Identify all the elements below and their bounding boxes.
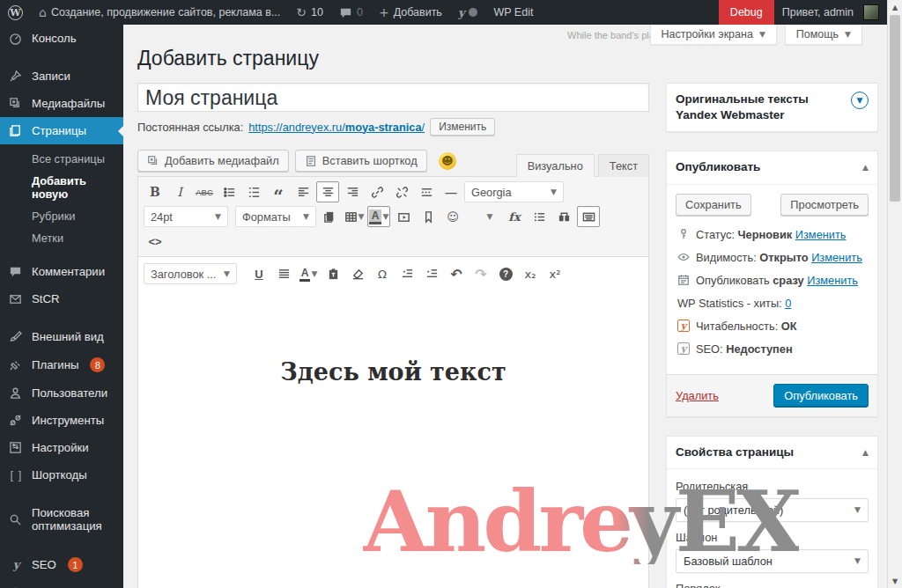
justify-button[interactable] [272, 263, 295, 284]
edit-schedule-link[interactable]: Изменить [807, 274, 858, 287]
sidebar-item-media[interactable]: Медиафайлы [0, 90, 123, 117]
bullet-list-button[interactable] [218, 181, 240, 202]
wordpress-logo-menu[interactable]: W [0, 0, 31, 25]
insert-shortcode-button[interactable]: Вставить шорткод [295, 150, 427, 172]
submenu-categories[interactable]: Рубрики [0, 205, 123, 227]
sidebar-item-pages[interactable]: Страницы [0, 117, 123, 144]
template-select[interactable]: Базовый шаблон ▼ [676, 549, 869, 573]
underline-button[interactable]: U [248, 263, 270, 284]
paste-as-text-button[interactable] [322, 263, 344, 284]
preview-button[interactable]: Просмотреть [780, 194, 869, 216]
effects-button[interactable]: fx [503, 206, 526, 227]
insert-video-button[interactable] [392, 206, 415, 227]
outdent-button[interactable] [396, 263, 418, 284]
blockquote-button[interactable]: “ [267, 181, 290, 202]
submenu-all-pages[interactable]: Все страницы [0, 148, 123, 170]
help-button[interactable]: Помощь ▼ [785, 25, 862, 45]
emoticon-button[interactable]: ☻ [439, 152, 456, 170]
widget-layout-button[interactable] [528, 206, 551, 227]
align-left-button[interactable] [292, 181, 314, 202]
sidebar-item-seo[interactable]: y SEO 1 [0, 550, 123, 579]
align-center-button[interactable] [316, 181, 339, 202]
chevron-up-icon[interactable]: ▲ [862, 447, 869, 458]
align-right-button[interactable] [341, 181, 364, 202]
debug-badge[interactable]: Debug [719, 0, 774, 25]
sidebar-item-dashboard[interactable]: Консоль [0, 25, 123, 52]
scrollbar-down-icon[interactable]: ▼ [888, 574, 902, 588]
scrollbar-up-icon[interactable]: ▲ [888, 0, 902, 14]
more-tag-button[interactable] [415, 181, 438, 202]
more-tools-dropdown[interactable]: ▼ [478, 206, 501, 227]
special-char-button[interactable]: Ω [371, 263, 394, 284]
submenu-tags[interactable]: Метки [0, 227, 123, 249]
updates-menu[interactable]: ↻ 10 [288, 0, 331, 25]
sidebar-item-shortcodes[interactable]: [ ] Шорткоды [0, 461, 123, 489]
smiley-button[interactable]: ☺ [441, 206, 464, 227]
sidebar-item-comments[interactable]: Комментарии [0, 258, 123, 285]
undo-button[interactable]: ↶ [445, 263, 468, 284]
bold-button[interactable]: B [144, 181, 166, 202]
browser-scrollbar[interactable]: ▲ ▼ [887, 0, 902, 588]
screen-options-button[interactable]: Настройки экрана ▼ [650, 25, 777, 45]
clear-formatting-button[interactable] [346, 263, 369, 284]
sidebar-item-settings[interactable]: Настройки [0, 434, 123, 461]
index-page-button[interactable] [318, 206, 341, 227]
wp-edit-menu[interactable]: WP Edit [485, 0, 541, 25]
subscript-button[interactable]: x₂ [519, 263, 542, 284]
page-attributes-header[interactable]: Свойства страницы ▲ [667, 437, 877, 468]
unlink-button[interactable] [390, 181, 413, 202]
save-draft-button[interactable]: Сохранить [676, 194, 751, 216]
yoast-admin-menu[interactable]: y [450, 0, 486, 25]
link-button[interactable] [366, 181, 388, 202]
tab-text[interactable]: Текст [598, 154, 649, 177]
font-family-select[interactable]: Georgia ▼ [464, 181, 564, 202]
chevron-up-icon[interactable]: ▲ [862, 162, 869, 173]
scrollbar-thumb[interactable] [890, 15, 900, 202]
account-menu[interactable]: Привет, admin [774, 0, 887, 25]
help-button-editor[interactable]: ? [494, 263, 517, 284]
strikethrough-button[interactable]: ABC [193, 181, 216, 202]
comments-menu[interactable]: 0 [331, 0, 371, 25]
sidebar-item-tools[interactable]: Инструменты [0, 407, 123, 434]
horizontal-rule-button[interactable]: — [440, 181, 462, 202]
heading-select[interactable]: Заголовок ... ▼ [144, 263, 237, 284]
edit-visibility-link[interactable]: Изменить [811, 251, 862, 264]
indent-button[interactable] [420, 263, 443, 284]
background-color-button[interactable]: A▼ [367, 206, 390, 227]
add-media-button[interactable]: Добавить медиафайл [137, 150, 289, 172]
formats-select[interactable]: Форматы ▼ [235, 206, 316, 227]
superscript-button[interactable]: x² [543, 263, 566, 284]
parent-select[interactable]: (нет родительской) ▼ [676, 498, 869, 522]
edit-status-link[interactable]: Изменить [795, 228, 847, 241]
code-button[interactable]: <> [144, 231, 166, 252]
redo-button[interactable]: ↷ [469, 263, 492, 284]
toolbar-toggle-button[interactable] [577, 206, 600, 227]
font-size-select[interactable]: 24pt ▼ [144, 206, 228, 227]
sidebar-item-stcr[interactable]: StCR [0, 285, 123, 312]
site-name-menu[interactable]: ⌂ Создание, продвижение сайтов, реклама … [31, 0, 288, 25]
publish-panel-header[interactable]: Опубликовать ▲ [667, 151, 877, 183]
stats-hits-link[interactable]: 0 [785, 297, 791, 310]
yandex-panel-header[interactable]: Оригинальные тексты Yandex Webmaster ▼ [667, 84, 877, 131]
find-replace-button[interactable] [552, 206, 575, 227]
numbered-list-button[interactable] [242, 181, 265, 202]
move-to-trash-link[interactable]: Удалить [676, 389, 719, 402]
sidebar-item-bwp-minify[interactable]: BWP Minify [0, 579, 123, 588]
submenu-add-new[interactable]: Добавить новую [0, 170, 123, 205]
permalink-link[interactable]: https://andreyex.ru/moya-stranica/ [248, 121, 425, 134]
text-color-button[interactable]: A▼ [297, 263, 320, 284]
sidebar-item-users[interactable]: Пользователи [0, 379, 123, 407]
editor-content-area[interactable]: Здесь мой текст [138, 290, 648, 588]
italic-button[interactable]: I [168, 181, 191, 202]
chevron-down-icon[interactable]: ▼ [851, 92, 869, 109]
new-content-menu[interactable]: + Добавить [371, 0, 450, 25]
tab-visual[interactable]: Визуально [516, 154, 595, 177]
sidebar-item-appearance[interactable]: Внешний вид [0, 323, 123, 350]
sidebar-item-plugins[interactable]: Плагины 8 [0, 350, 123, 379]
sidebar-item-seo-optimization[interactable]: Поисковая оптимизация [0, 499, 123, 540]
publish-button[interactable]: Опубликовать [773, 384, 869, 408]
anchor-button[interactable] [417, 206, 440, 227]
permalink-edit-button[interactable]: Изменить [430, 118, 495, 136]
table-button[interactable]: ▼ [343, 206, 366, 227]
post-title-input[interactable] [137, 83, 649, 112]
